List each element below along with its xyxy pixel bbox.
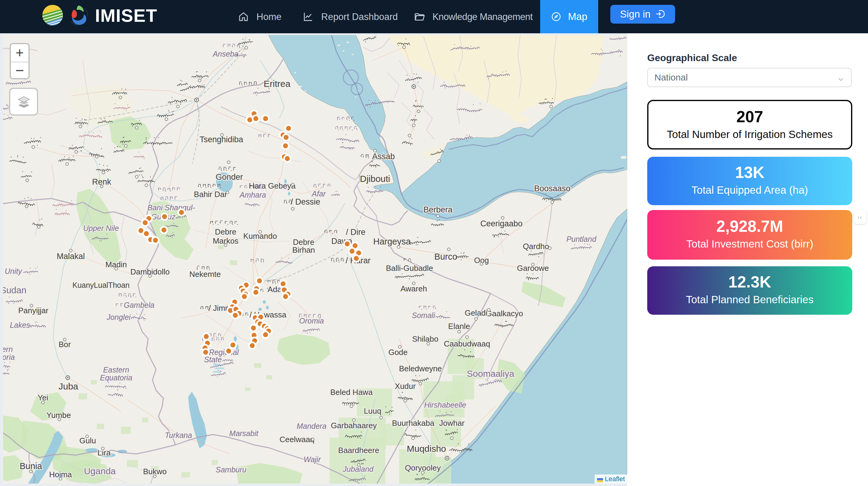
svg-text:Nekemte: Nekemte: [189, 269, 221, 279]
svg-text:Unity: Unity: [5, 267, 22, 276]
svg-text:Hirshabeelle: Hirshabeelle: [424, 401, 466, 409]
svg-text:/ Dire: / Dire: [346, 228, 366, 237]
svg-text:Baardheere: Baardheere: [338, 446, 379, 455]
svg-text:Xudur: Xudur: [395, 381, 416, 391]
svg-text:Amhara: Amhara: [239, 191, 266, 199]
svg-text:Bunia: Bunia: [20, 461, 42, 471]
svg-text:Oromia: Oromia: [299, 317, 324, 325]
svg-text:Gonder: Gonder: [216, 172, 243, 181]
svg-text:Ada: Ada: [268, 285, 282, 294]
svg-text:Anseba: Anseba: [212, 50, 239, 58]
svg-text:Upper Nile: Upper Nile: [83, 224, 119, 232]
svg-text:Buurhakaba: Buurhakaba: [392, 419, 435, 428]
svg-text:Muqdisho: Muqdisho: [407, 444, 446, 454]
svg-text:Djibouti: Djibouti: [360, 174, 390, 184]
svg-text:ern: ern: [3, 345, 13, 353]
svg-text:Geladi: Geladi: [465, 308, 487, 317]
svg-text:Marsabit: Marsabit: [229, 429, 258, 437]
svg-text:Hara Gebeya: Hara Gebeya: [249, 181, 296, 190]
svg-text:Shilabo: Shilabo: [412, 334, 438, 343]
svg-text:Boosaaso: Boosaaso: [534, 184, 570, 193]
svg-text:Turkana: Turkana: [165, 431, 192, 439]
svg-text:Bahir Dar: Bahir Dar: [194, 190, 227, 199]
svg-text:Beledweyne: Beledweyne: [399, 364, 442, 373]
svg-text:Garbahaarey: Garbahaarey: [331, 421, 377, 430]
svg-text:Juba: Juba: [58, 381, 78, 391]
svg-text:Debre: Debre: [215, 227, 237, 236]
svg-text:Panyijjar: Panyijjar: [18, 306, 49, 315]
svg-text:Wajir: Wajir: [304, 455, 321, 464]
svg-text:Eritrea: Eritrea: [264, 79, 291, 89]
svg-text:Soomaaliya: Soomaaliya: [467, 369, 515, 378]
svg-text:Samburu: Samburu: [216, 465, 247, 474]
svg-text:oria: oria: [3, 353, 15, 361]
svg-text:Caabudwaaq: Caabudwaaq: [444, 339, 490, 348]
svg-text:Malakal: Malakal: [57, 252, 85, 261]
svg-text:Ceerigaabo: Ceerigaabo: [480, 219, 523, 228]
svg-text:Berbera: Berbera: [424, 205, 453, 214]
svg-text:Balli-Gubadle: Balli-Gubadle: [386, 264, 433, 273]
svg-text:Burco: Burco: [434, 252, 457, 261]
svg-text:Somali: Somali: [412, 311, 435, 320]
svg-text:Mandera: Mandera: [297, 422, 327, 430]
svg-text:Eastern: Eastern: [103, 366, 129, 374]
svg-text:Gode: Gode: [388, 348, 408, 357]
svg-text:Birhan: Birhan: [292, 246, 315, 255]
svg-text:Sudan: Sudan: [3, 285, 26, 295]
svg-text:Assab: Assab: [372, 152, 395, 161]
svg-text:Lakes: Lakes: [10, 321, 30, 329]
svg-text:Uganda: Uganda: [84, 466, 116, 476]
svg-text:Bani Shangul-: Bani Shangul-: [147, 203, 195, 212]
svg-text:Hargeysa: Hargeysa: [373, 237, 411, 246]
svg-text:/ Dessie: / Dessie: [291, 197, 320, 206]
svg-text:Gambela: Gambela: [124, 301, 155, 309]
svg-text:Equatoria: Equatoria: [100, 373, 132, 382]
svg-text:Lira: Lira: [97, 448, 111, 457]
svg-text:Jonglei: Jonglei: [106, 313, 131, 321]
svg-text:KuanyLualThoan: KuanyLualThoan: [72, 281, 129, 289]
svg-text:State: State: [204, 355, 222, 364]
svg-text:Luuq: Luuq: [364, 406, 381, 416]
svg-text:Bor: Bor: [59, 340, 71, 349]
svg-text:Ceelwaaq: Ceelwaaq: [279, 435, 314, 444]
svg-text:Beled Hawa: Beled Hawa: [330, 388, 373, 397]
svg-text:Gaalkacyo: Gaalkacyo: [486, 309, 523, 318]
svg-text:Jowhar: Jowhar: [439, 419, 465, 428]
svg-text:Puntland: Puntland: [566, 235, 597, 243]
svg-text:Elanle: Elanle: [448, 322, 470, 331]
svg-text:Afar: Afar: [311, 190, 326, 198]
svg-text:Awareh: Awareh: [400, 284, 427, 293]
svg-text:Qardho: Qardho: [523, 242, 549, 251]
